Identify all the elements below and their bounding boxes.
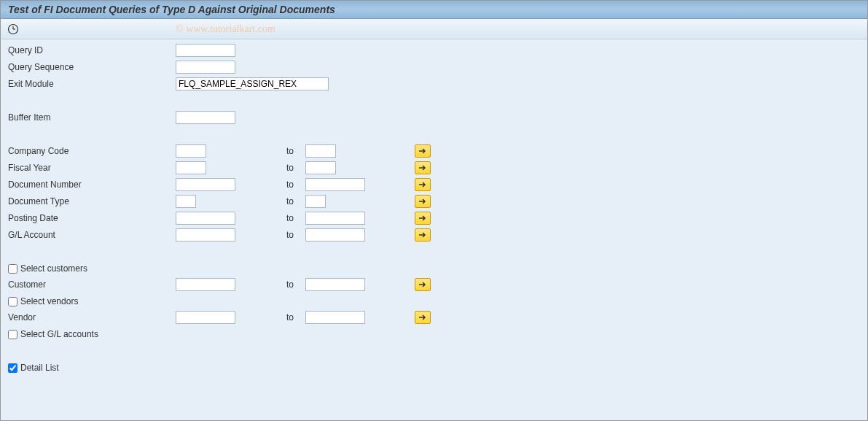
to-label: to <box>265 312 305 322</box>
gl-account-label: G/L Account <box>7 230 176 240</box>
customer-from[interactable] <box>176 278 235 291</box>
query-id-input[interactable] <box>176 44 235 57</box>
document-number-from[interactable] <box>176 178 235 191</box>
fiscal-year-label: Fiscal Year <box>7 163 176 173</box>
arrow-right-icon <box>418 281 427 288</box>
fiscal-year-multi-button[interactable] <box>415 161 431 174</box>
company-code-from[interactable] <box>176 144 206 158</box>
content-area: Query ID Query Sequence Exit Module Buff… <box>1 39 867 421</box>
page-title: Test of FI Document Queries of Type D Ag… <box>8 4 335 15</box>
select-vendors-label[interactable]: Select vendors <box>20 296 78 306</box>
company-code-label: Company Code <box>7 146 176 156</box>
detail-list-checkbox[interactable] <box>8 363 17 373</box>
arrow-right-icon <box>418 198 427 205</box>
document-type-multi-button[interactable] <box>415 195 431 208</box>
to-label: to <box>265 230 305 240</box>
exit-module-input[interactable] <box>176 77 329 90</box>
query-sequence-label: Query Sequence <box>7 62 176 72</box>
arrow-right-icon <box>418 231 427 239</box>
watermark-text: © www.tutorialkart.com <box>176 23 275 35</box>
document-type-to[interactable] <box>305 195 326 208</box>
select-vendors-checkbox[interactable] <box>8 297 17 306</box>
select-gl-accounts-checkbox[interactable] <box>8 330 17 339</box>
toolbar: © www.tutorialkart.com <box>1 19 867 39</box>
exit-module-label: Exit Module <box>7 79 176 89</box>
to-label: to <box>265 163 305 173</box>
customer-label: Customer <box>7 279 176 290</box>
posting-date-label: Posting Date <box>7 213 176 223</box>
gl-account-to[interactable] <box>305 228 365 242</box>
select-customers-checkbox[interactable] <box>8 264 17 274</box>
posting-date-multi-button[interactable] <box>415 212 431 225</box>
execute-button[interactable] <box>7 23 20 36</box>
document-number-label: Document Number <box>7 179 176 190</box>
to-label: to <box>265 196 305 206</box>
arrow-right-icon <box>418 147 427 155</box>
to-label: to <box>265 213 305 223</box>
vendor-multi-button[interactable] <box>415 311 431 324</box>
posting-date-to[interactable] <box>305 212 365 225</box>
clock-execute-icon <box>7 23 19 35</box>
document-number-to[interactable] <box>305 178 365 191</box>
select-customers-label[interactable]: Select customers <box>20 263 87 274</box>
document-type-from[interactable] <box>176 195 196 208</box>
vendor-label: Vendor <box>7 312 176 322</box>
fiscal-year-from[interactable] <box>176 161 206 174</box>
buffer-item-label: Buffer Item <box>7 112 176 123</box>
vendor-to[interactable] <box>305 311 365 324</box>
posting-date-from[interactable] <box>176 212 235 225</box>
gl-account-multi-button[interactable] <box>415 228 431 242</box>
vendor-from[interactable] <box>176 311 235 324</box>
fiscal-year-to[interactable] <box>305 161 336 174</box>
arrow-right-icon <box>418 215 427 222</box>
gl-account-from[interactable] <box>176 228 235 242</box>
customer-to[interactable] <box>305 278 365 291</box>
arrow-right-icon <box>418 164 427 171</box>
arrow-right-icon <box>418 181 427 188</box>
to-label: to <box>265 146 305 156</box>
to-label: to <box>265 279 305 290</box>
select-gl-accounts-label[interactable]: Select G/L accounts <box>20 329 98 339</box>
document-type-label: Document Type <box>7 196 176 206</box>
arrow-right-icon <box>418 314 427 321</box>
company-code-multi-button[interactable] <box>415 144 431 158</box>
buffer-item-input[interactable] <box>176 111 235 124</box>
to-label: to <box>265 179 305 190</box>
customer-multi-button[interactable] <box>415 278 431 291</box>
document-number-multi-button[interactable] <box>415 178 431 191</box>
title-bar: Test of FI Document Queries of Type D Ag… <box>1 1 867 19</box>
query-sequence-input[interactable] <box>176 61 235 74</box>
query-id-label: Query ID <box>7 45 176 55</box>
company-code-to[interactable] <box>305 144 336 158</box>
detail-list-label[interactable]: Detail List <box>20 363 59 373</box>
